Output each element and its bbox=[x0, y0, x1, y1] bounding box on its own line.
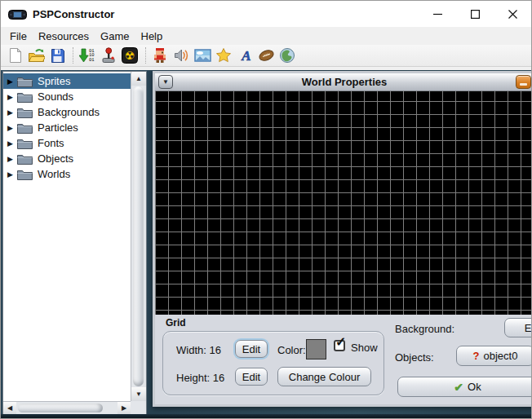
grid-group-title: Grid bbox=[166, 317, 186, 329]
expand-arrow-icon[interactable]: ▶ bbox=[7, 124, 17, 132]
tree-item-label: Fonts bbox=[38, 137, 64, 149]
tree-item-worlds[interactable]: ▶ Worlds bbox=[3, 166, 131, 182]
question-badge-icon: ? bbox=[473, 350, 480, 362]
expand-arrow-icon[interactable]: ▶ bbox=[7, 155, 17, 163]
world-globe-icon[interactable] bbox=[277, 46, 297, 65]
tree-item-label: Backgrounds bbox=[38, 106, 100, 118]
show-grid-label: Show bbox=[351, 342, 378, 354]
background-image-icon[interactable] bbox=[193, 46, 212, 65]
ok-button[interactable]: ✔ Ok bbox=[397, 377, 531, 397]
folder-icon bbox=[17, 169, 33, 180]
menu-resources[interactable]: Resources bbox=[33, 29, 95, 44]
grid-groupbox: Width: 16 Edit Color: ✓ Show Height: 16 … bbox=[162, 331, 384, 395]
font-a-icon[interactable]: A bbox=[235, 46, 255, 65]
menu-game[interactable]: Game bbox=[95, 29, 135, 44]
background-label: Background: bbox=[395, 323, 454, 335]
grid-width-label: Width: 16 bbox=[176, 344, 221, 356]
toolbar-separator bbox=[145, 47, 146, 64]
folder-icon bbox=[17, 153, 33, 165]
open-folder-icon[interactable] bbox=[26, 46, 46, 65]
hazard-icon[interactable]: ☢ bbox=[120, 46, 140, 65]
tree-item-label: Sounds bbox=[38, 90, 73, 103]
properties-panel: Grid Width: 16 Edit Color: ✓ Show Height… bbox=[155, 315, 531, 404]
scroll-down-icon[interactable]: ▼ bbox=[131, 387, 146, 401]
grid-color-swatch bbox=[306, 339, 326, 359]
scroll-up-icon[interactable]: ▲ bbox=[131, 72, 146, 86]
folder-icon bbox=[17, 138, 33, 149]
scroll-right-icon[interactable]: ▶ bbox=[117, 402, 131, 414]
folder-icon bbox=[17, 107, 33, 118]
tree-vertical-scrollbar[interactable]: ▲ ▼ bbox=[131, 72, 146, 401]
edit-width-button[interactable]: Edit bbox=[235, 340, 268, 358]
svg-text:01: 01 bbox=[89, 57, 95, 63]
tree-item-label: Particles bbox=[38, 121, 78, 134]
grid-color-label: Color: bbox=[277, 344, 306, 356]
edit-background-button[interactable]: Edit bbox=[504, 318, 531, 337]
particle-star-icon[interactable] bbox=[214, 46, 233, 65]
folder-icon bbox=[17, 91, 33, 103]
window-title: World Properties bbox=[302, 76, 388, 88]
object-football-icon[interactable] bbox=[256, 46, 276, 65]
world-properties-titlebar[interactable]: ▼ World Properties bbox=[155, 73, 531, 91]
resource-tree-panel: ▶ Sprites ▶ Sounds ▶ bbox=[2, 71, 147, 415]
tree-item-particles[interactable]: ▶ Particles bbox=[3, 120, 131, 135]
horizontal-scroll-thumb[interactable] bbox=[18, 404, 103, 412]
tree-item-objects[interactable]: ▶ Objects bbox=[3, 151, 131, 166]
expand-arrow-icon[interactable]: ▶ bbox=[7, 139, 17, 148]
ok-label: Ok bbox=[468, 381, 481, 393]
folder-icon bbox=[17, 122, 33, 134]
window-menu-dropdown-icon[interactable]: ▼ bbox=[158, 75, 173, 89]
objects-value: object0 bbox=[484, 350, 518, 362]
sound-speaker-icon[interactable] bbox=[171, 46, 191, 65]
menu-file[interactable]: File bbox=[4, 29, 33, 44]
edit-height-button[interactable]: Edit bbox=[235, 368, 268, 386]
mdi-desktop: ▶ Sprites ▶ Sounds ▶ bbox=[1, 70, 531, 418]
expand-arrow-icon[interactable]: ▶ bbox=[7, 93, 17, 101]
tree-item-label: Objects bbox=[38, 152, 73, 165]
app-title: PSPConstructor bbox=[33, 8, 114, 20]
checkmark-icon: ✓ bbox=[335, 334, 346, 350]
sprite-mario-icon[interactable] bbox=[150, 46, 170, 65]
ok-check-icon: ✔ bbox=[454, 381, 463, 394]
folder-icon bbox=[17, 76, 33, 87]
tree-item-label: Worlds bbox=[38, 168, 70, 180]
joystick-icon[interactable] bbox=[99, 46, 118, 65]
menu-help[interactable]: Help bbox=[135, 29, 169, 44]
svg-text:☢: ☢ bbox=[125, 49, 135, 62]
titlebar: PSPConstructor bbox=[1, 1, 531, 27]
close-icon[interactable] bbox=[494, 1, 531, 27]
export-binary-icon[interactable]: 01 10 01 bbox=[78, 46, 97, 65]
maximize-icon[interactable] bbox=[456, 1, 494, 27]
tree-item-backgrounds[interactable]: ▶ Backgrounds bbox=[3, 104, 131, 120]
tree-horizontal-scrollbar[interactable]: ◀ ▶ bbox=[3, 401, 131, 414]
objects-label: Objects: bbox=[395, 351, 434, 364]
toolbar: 01 10 01 ☢ bbox=[1, 45, 531, 67]
new-file-icon[interactable] bbox=[5, 46, 24, 65]
expand-arrow-icon[interactable]: ▶ bbox=[7, 108, 17, 117]
scroll-left-icon[interactable]: ◀ bbox=[3, 402, 16, 414]
scrollbar-corner bbox=[131, 401, 146, 414]
vertical-scroll-thumb[interactable] bbox=[133, 86, 144, 386]
expand-arrow-icon[interactable]: ▶ bbox=[7, 77, 17, 86]
application-window: PSPConstructor File Resources Game Help bbox=[0, 0, 532, 419]
tree-item-label: Sprites bbox=[38, 75, 70, 87]
grid-height-label: Height: 16 bbox=[176, 372, 224, 384]
svg-text:A: A bbox=[241, 48, 250, 64]
show-grid-checkbox[interactable]: ✓ bbox=[334, 340, 345, 351]
app-psp-icon bbox=[8, 7, 27, 20]
tree-item-sounds[interactable]: ▶ Sounds bbox=[3, 89, 131, 104]
tree-item-sprites[interactable]: ▶ Sprites bbox=[3, 73, 131, 89]
objects-selector-button[interactable]: ? object0 bbox=[456, 346, 531, 366]
save-icon[interactable] bbox=[47, 46, 67, 65]
tree-item-fonts[interactable]: ▶ Fonts bbox=[3, 135, 131, 151]
world-grid-canvas[interactable] bbox=[155, 91, 531, 315]
toolbar-separator bbox=[73, 47, 73, 64]
minimize-icon[interactable] bbox=[419, 1, 456, 27]
change-colour-button[interactable]: Change Colour bbox=[277, 367, 371, 386]
menubar: File Resources Game Help bbox=[1, 27, 531, 45]
window-minimize-icon[interactable] bbox=[516, 75, 531, 89]
expand-arrow-icon[interactable]: ▶ bbox=[7, 170, 17, 179]
world-properties-window: ▼ World Properties Grid Width: 16 Edit C… bbox=[153, 71, 531, 407]
